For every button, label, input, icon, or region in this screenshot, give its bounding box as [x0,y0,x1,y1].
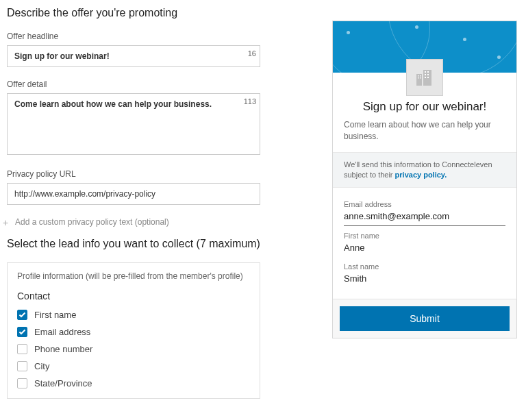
offer-headline-count: 16 [248,49,256,58]
profile-box-header: Profile information (will be pre-filled … [17,271,250,281]
privacy-policy-link[interactable]: privacy policy. [395,171,447,179]
checkbox-icon[interactable] [17,310,27,320]
checkbox-row-first-name[interactable]: First name [17,310,250,320]
plus-icon: + [3,218,8,227]
svg-rect-5 [420,77,421,79]
svg-rect-3 [420,75,421,77]
preview-title: Sign up for our webinar! [344,100,505,114]
preview-subtitle: Come learn about how we can help your bu… [344,119,505,143]
checkbox-icon[interactable] [17,361,27,371]
contact-group-title: Contact [17,291,250,301]
checkbox-row-email-address[interactable]: Email address [17,327,250,337]
svg-rect-6 [425,71,426,73]
checkbox-row-state-province[interactable]: State/Province [17,378,250,388]
privacy-url-input[interactable] [7,183,260,205]
form-preview: Sign up for our webinar! Come learn abou… [332,21,517,338]
offer-detail-input[interactable] [7,93,260,155]
checkbox-label: First name [34,310,76,320]
offer-detail-field: Offer detail 113 [7,79,260,157]
add-custom-privacy[interactable]: + Add a custom privacy policy text (opti… [7,217,260,227]
checkbox-icon[interactable] [17,327,27,337]
section-leadinfo-title: Select the lead info you want to collect… [7,238,260,250]
svg-rect-10 [425,77,426,78]
offer-detail-count: 113 [244,97,256,106]
company-logo-icon [406,59,443,96]
email-value[interactable]: anne.smith@example.com [344,208,505,226]
svg-rect-2 [418,75,419,77]
svg-rect-8 [425,74,426,75]
last-name-value[interactable]: Smith [344,271,505,288]
section-describe-title: Describe the offer you're promoting [7,7,260,19]
checkbox-label: State/Province [34,378,92,388]
submit-bar: Submit [333,299,516,338]
add-custom-label: Add a custom privacy policy text (option… [15,217,169,227]
submit-button[interactable]: Submit [340,306,510,331]
first-name-value[interactable]: Anne [344,240,505,257]
checkbox-label: Email address [34,327,90,337]
checkbox-icon[interactable] [17,378,27,388]
privacy-notice: We'll send this information to Connectel… [333,152,516,188]
checkbox-label: Phone number [34,344,92,354]
email-label: Email address [344,200,505,208]
svg-rect-4 [418,77,419,79]
svg-rect-0 [416,74,422,86]
editor-column: Describe the offer you're promoting Offe… [7,7,260,399]
offer-detail-label: Offer detail [7,79,260,89]
first-name-label: First name [344,232,505,240]
svg-rect-9 [427,74,429,75]
svg-rect-7 [427,71,429,73]
checkbox-label: City [34,361,49,371]
offer-headline-field: Offer headline 16 [7,32,260,67]
checkbox-row-city[interactable]: City [17,361,250,371]
checkbox-row-phone-number[interactable]: Phone number [17,344,250,354]
last-name-label: Last name [344,262,505,271]
offer-headline-input[interactable] [7,45,260,67]
privacy-url-label: Privacy policy URL [7,169,260,179]
preview-form-fields: Email address anne.smith@example.com Fir… [333,188,516,299]
offer-headline-label: Offer headline [7,32,260,41]
svg-rect-11 [427,77,429,78]
profile-info-box: Profile information (will be pre-filled … [7,262,260,399]
privacy-url-field: Privacy policy URL [7,169,260,205]
checkbox-icon[interactable] [17,344,27,354]
